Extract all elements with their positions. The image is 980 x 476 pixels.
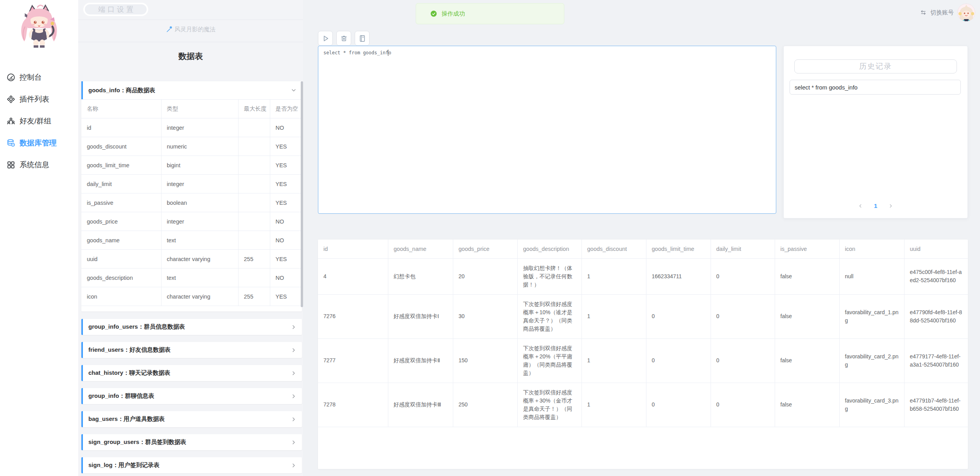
magic-label: 风灵月影的魔法 bbox=[78, 24, 303, 34]
schema-cell-maxlen: 255 bbox=[238, 287, 270, 306]
table-card-collapsed[interactable]: chat_history：聊天记录数据表 bbox=[81, 365, 302, 381]
table-card-collapsed[interactable]: sign_group_users：群员签到数据表 bbox=[81, 434, 302, 450]
table-card-title: sign_log：用户签到记录表 bbox=[88, 462, 160, 469]
history-panel: 历史记录 select * from goods_info 1 bbox=[783, 46, 968, 218]
tables-panel: 端口设置 风灵月影的魔法 数据表 goods_info：商品数据表 名称 类 bbox=[78, 0, 303, 476]
results-row: 7276 好感度双倍加持卡Ⅰ 30 下次签到双倍好感度概率＋10%（谁才是真命天… bbox=[318, 294, 968, 338]
schema-column-header: 是否为空 bbox=[270, 100, 302, 118]
pagination-page-1[interactable]: 1 bbox=[874, 202, 878, 209]
user-avatar[interactable] bbox=[957, 4, 975, 21]
table-card-collapsed[interactable]: group_info：群聊信息表 bbox=[81, 388, 302, 404]
schema-cell-name: goods_limit_time bbox=[81, 156, 161, 175]
schema-row: goods_description text NO bbox=[81, 268, 302, 287]
cell-goods-discount: 1 bbox=[582, 338, 646, 383]
schema-cell-type: text bbox=[161, 231, 238, 250]
schema-row: daily_limit integer YES bbox=[81, 175, 302, 193]
run-query-button[interactable] bbox=[318, 31, 333, 46]
schema-column-header: 最大长度 bbox=[238, 100, 270, 118]
schema-cell-type: integer bbox=[161, 212, 238, 231]
cell-goods-price: 20 bbox=[453, 258, 517, 294]
chevron-right-icon bbox=[291, 370, 297, 376]
cell-daily-limit: 0 bbox=[711, 338, 775, 383]
sql-editor-text: select * from goods_info bbox=[323, 50, 391, 55]
magic-wand-icon bbox=[166, 26, 173, 33]
history-log-button[interactable] bbox=[355, 31, 370, 46]
schema-cell-name: icon bbox=[81, 287, 161, 306]
schema-cell-nullable: YES bbox=[270, 287, 302, 306]
results-column-header: icon bbox=[839, 240, 904, 258]
table-card-title: sign_group_users：群员签到数据表 bbox=[88, 438, 186, 446]
results-column-header: goods_description bbox=[517, 240, 582, 258]
results-column-header: goods_name bbox=[388, 240, 453, 258]
table-card-collapsed[interactable]: friend_users：好友信息数据表 bbox=[81, 342, 302, 358]
schema-cell-name: goods_description bbox=[81, 268, 161, 287]
cell-is-passive: false bbox=[775, 383, 839, 427]
pagination-next-icon[interactable] bbox=[888, 203, 894, 209]
schema-cell-maxlen bbox=[238, 156, 270, 175]
results-column-header: id bbox=[318, 240, 388, 258]
schema-cell-type: integer bbox=[161, 175, 238, 193]
schema-cell-maxlen bbox=[238, 118, 270, 137]
results-header-row: idgoods_namegoods_pricegoods_description… bbox=[318, 240, 968, 258]
schema-cell-maxlen bbox=[238, 212, 270, 231]
cell-daily-limit: 0 bbox=[711, 258, 775, 294]
chevron-right-icon bbox=[291, 462, 297, 469]
schema-row: goods_discount numeric YES bbox=[81, 137, 302, 156]
table-card-title: group_info_users：群员信息数据表 bbox=[88, 323, 185, 331]
sidebar-item-plugins[interactable]: 插件列表 bbox=[0, 88, 78, 110]
table-card-collapsed[interactable]: group_info_users：群员信息数据表 bbox=[81, 319, 302, 335]
cell-goods-name: 幻想卡包 bbox=[388, 258, 453, 294]
chevron-right-icon bbox=[291, 416, 297, 422]
table-card-collapsed[interactable]: sign_log：用户签到记录表 bbox=[81, 457, 302, 473]
history-list: select * from goods_info bbox=[790, 80, 961, 98]
chevron-right-icon bbox=[291, 439, 297, 446]
cell-id: 4 bbox=[318, 258, 388, 294]
table-card-collapsed[interactable]: bag_users：用户道具数据表 bbox=[81, 411, 302, 427]
history-item[interactable]: select * from goods_info bbox=[790, 80, 961, 95]
success-check-icon bbox=[430, 10, 437, 17]
cell-goods-limit-time: 0 bbox=[646, 338, 711, 383]
schema-cell-type: character varying bbox=[161, 287, 238, 306]
chevron-right-icon bbox=[291, 393, 297, 399]
clear-button[interactable] bbox=[336, 31, 351, 46]
results-column-header: goods_limit_time bbox=[646, 240, 711, 258]
port-settings-button[interactable]: 端口设置 bbox=[83, 3, 148, 16]
tables-panel-title: 数据表 bbox=[78, 51, 303, 62]
cell-id: 7278 bbox=[318, 383, 388, 427]
sidebar-item-database[interactable]: 数据库管理 bbox=[0, 132, 78, 154]
sidebar-item-console[interactable]: 控制台 bbox=[0, 66, 78, 88]
sidebar-item-system[interactable]: 系统信息 bbox=[0, 154, 78, 176]
text-caret bbox=[388, 50, 388, 56]
schema-cell-name: is_passive bbox=[81, 193, 161, 212]
account-switcher[interactable]: 切换账号 bbox=[920, 4, 975, 21]
chevron-right-icon bbox=[291, 347, 297, 353]
collapsed-table-list: group_info_users：群员信息数据表 friend_users：好友… bbox=[81, 319, 302, 476]
results-column-header: daily_limit bbox=[711, 240, 775, 258]
schema-row: goods_price integer NO bbox=[81, 212, 302, 231]
cell-goods-limit-time: 0 bbox=[646, 294, 711, 338]
chevron-right-icon bbox=[291, 324, 297, 330]
cell-goods-limit-time: 1662334711 bbox=[646, 258, 711, 294]
sql-editor[interactable]: select * from goods_info bbox=[318, 46, 776, 214]
schema-row: id integer NO bbox=[81, 118, 302, 137]
sidebar-item-friends[interactable]: 好友/群组 bbox=[0, 110, 78, 132]
results-row: 7278 好感度双倍加持卡Ⅲ 250 下次签到双倍好感度概率＋30%（金币才是真… bbox=[318, 383, 968, 427]
schema-cell-maxlen bbox=[238, 268, 270, 287]
cell-goods-description: 下次签到双倍好感度概率＋20%（平平庸庸）（同类商品将覆盖） bbox=[517, 338, 582, 383]
schema-cell-type: bigint bbox=[161, 156, 238, 175]
cell-goods-description: 抽取幻想卡牌！（体验版，不记录任何数据！） bbox=[517, 258, 582, 294]
schema-row: uuid character varying 255 YES bbox=[81, 250, 302, 268]
cell-goods-description: 下次签到双倍好感度概率＋10%（谁才是真命天子？）（同类商品将覆盖） bbox=[517, 294, 582, 338]
delete-icon bbox=[340, 34, 348, 43]
schema-cell-name: uuid bbox=[81, 250, 161, 268]
cell-daily-limit: 0 bbox=[711, 294, 775, 338]
goods-info-header[interactable]: goods_info：商品数据表 bbox=[81, 81, 302, 99]
schema-cell-name: goods_discount bbox=[81, 137, 161, 156]
table-card-title: bag_users：用户道具数据表 bbox=[88, 415, 165, 423]
sidebar-item-label: 数据库管理 bbox=[20, 138, 57, 148]
schema-table: 名称 类型 最大长度 是否为空 id integer NO bbox=[81, 99, 302, 306]
cell-uuid: e47790fd-4ef8-11ef-88dd-5254007bf160 bbox=[904, 294, 968, 338]
schema-row: goods_limit_time bigint YES bbox=[81, 156, 302, 175]
schema-column-header: 名称 bbox=[81, 100, 161, 118]
pagination-prev-icon[interactable] bbox=[858, 203, 863, 209]
